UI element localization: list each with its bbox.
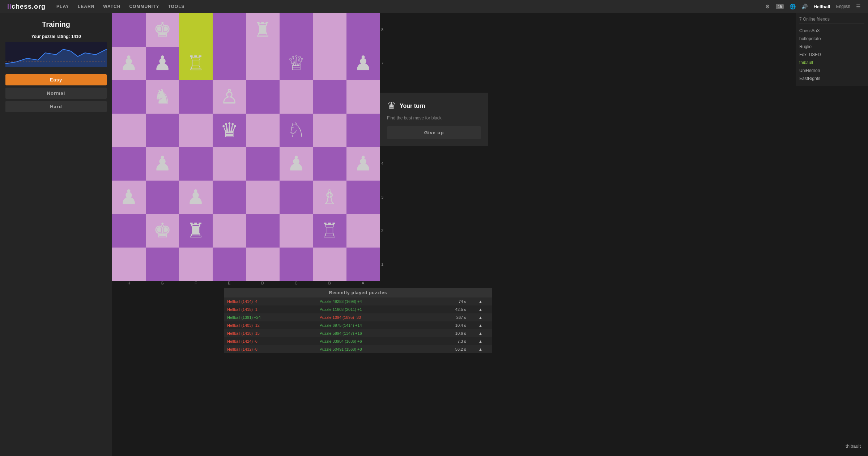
cell-e6[interactable]: ♙ <box>213 80 246 114</box>
cell-d4[interactable] <box>246 147 280 181</box>
cell-e7[interactable] <box>213 47 246 80</box>
cell-d5[interactable] <box>246 114 280 147</box>
cell-g1[interactable] <box>146 248 179 281</box>
table-row[interactable]: Hellball (1424) -6 Puzzle 33984 (1636) +… <box>224 337 492 345</box>
normal-button[interactable]: Normal <box>5 88 107 99</box>
hamburger-icon[interactable]: ☰ <box>856 4 861 9</box>
site-logo[interactable]: lichess.org <box>7 3 46 10</box>
friend-item[interactable]: Ruglio <box>799 43 864 51</box>
cell-c3[interactable] <box>280 181 313 214</box>
cell-e4[interactable] <box>213 147 246 181</box>
cell-d6[interactable] <box>246 80 280 114</box>
cell-e2[interactable] <box>213 214 246 248</box>
cell-c2[interactable] <box>280 214 313 248</box>
cell-f3[interactable]: ♟ <box>179 181 213 214</box>
cell-d7[interactable] <box>246 47 280 80</box>
cell-h3[interactable]: ♟ <box>112 181 146 214</box>
cell-g7[interactable]: ♟ <box>146 47 179 80</box>
table-row[interactable]: Hellball (1414) -4 Puzzle 49253 (1698) +… <box>224 297 492 305</box>
row-label-2: 2 <box>380 214 387 248</box>
nav-tools[interactable]: TOOLS <box>168 4 184 9</box>
username-display[interactable]: Hellball <box>813 4 830 9</box>
cell-g2[interactable]: ♚ <box>146 214 179 248</box>
cell-h4[interactable] <box>112 147 146 181</box>
cell-f6[interactable] <box>179 80 213 114</box>
cell-c5[interactable]: ♘ <box>280 114 313 147</box>
cell-b2[interactable]: ♖ <box>313 214 346 248</box>
cell-d1[interactable] <box>246 248 280 281</box>
cell-h6[interactable] <box>112 80 146 114</box>
cell-g4[interactable]: ♟ <box>146 147 179 181</box>
hard-button[interactable]: Hard <box>5 101 107 112</box>
cell-b6[interactable] <box>313 80 346 114</box>
cell-c1[interactable] <box>280 248 313 281</box>
cell-c8[interactable] <box>280 13 313 47</box>
cell-b3[interactable]: ♗ <box>313 181 346 214</box>
cell-f5[interactable] <box>179 114 213 147</box>
td-time: 56.2 s <box>430 345 469 353</box>
cell-d3[interactable] <box>246 181 280 214</box>
nav-learn[interactable]: LEARN <box>78 4 94 9</box>
friend-item[interactable]: UniHedron <box>799 67 864 75</box>
cell-e8[interactable] <box>213 13 246 47</box>
tools-icon[interactable]: ⚙ <box>765 4 770 9</box>
cell-c6[interactable] <box>280 80 313 114</box>
table-row[interactable]: Hellball (1403) -12 Puzzle 6975 (1414) +… <box>224 321 492 329</box>
cell-b1[interactable] <box>313 248 346 281</box>
row-label-1: 1 <box>380 248 387 281</box>
nav-watch[interactable]: WATCH <box>103 4 120 9</box>
cell-b7[interactable] <box>313 47 346 80</box>
table-row[interactable]: Hellball (1415) -1 Puzzle 11603 (2011) +… <box>224 305 492 313</box>
cell-a1[interactable] <box>346 248 380 281</box>
cell-b5[interactable] <box>313 114 346 147</box>
cell-d8[interactable]: ♜ <box>246 13 280 47</box>
cell-h1[interactable] <box>112 248 146 281</box>
cell-g3[interactable] <box>146 181 179 214</box>
cell-e5[interactable]: ♛ <box>213 114 246 147</box>
friend-item[interactable]: ChessSuX <box>799 27 864 35</box>
friend-item[interactable]: thibault <box>799 59 864 67</box>
cell-g5[interactable] <box>146 114 179 147</box>
cell-f7[interactable]: ♖ <box>179 47 213 80</box>
cell-a2[interactable] <box>346 214 380 248</box>
cell-a6[interactable] <box>346 80 380 114</box>
nav-community[interactable]: COMMUNITY <box>129 4 159 9</box>
cell-h8[interactable] <box>112 13 146 47</box>
cell-f8[interactable] <box>179 13 213 47</box>
cell-a4[interactable]: ♟ <box>346 147 380 181</box>
friend-item[interactable]: Fox_USED <box>799 51 864 59</box>
td-puzzle: Puzzle 1094 (1895) -30 <box>317 313 430 321</box>
cell-b8[interactable] <box>313 13 346 47</box>
cell-a8[interactable] <box>346 13 380 47</box>
cell-g6[interactable]: ♞ <box>146 80 179 114</box>
give-up-button[interactable]: Give up <box>387 126 481 139</box>
easy-button[interactable]: Easy <box>5 74 107 85</box>
cell-e1[interactable] <box>213 248 246 281</box>
cell-c7[interactable]: ♕ <box>280 47 313 80</box>
cell-h7[interactable]: ♟ <box>112 47 146 80</box>
cell-h2[interactable] <box>112 214 146 248</box>
table-row[interactable]: Hellball (1391) +24 Puzzle 1094 (1895) -… <box>224 313 492 321</box>
cell-g8[interactable]: ♚ <box>146 13 179 47</box>
cell-f4[interactable] <box>179 147 213 181</box>
cell-a3[interactable] <box>346 181 380 214</box>
cell-a7[interactable]: ♟ <box>346 47 380 80</box>
friend-item[interactable]: hotlopotato <box>799 35 864 43</box>
cell-b4[interactable] <box>313 147 346 181</box>
globe-icon[interactable]: 🌐 <box>790 4 796 9</box>
table-row[interactable]: Hellball (1432) -8 Puzzle 50491 (1568) +… <box>224 345 492 353</box>
cell-e3[interactable] <box>213 181 246 214</box>
cell-c4[interactable]: ♟ <box>280 147 313 181</box>
friend-item[interactable]: EastRights <box>799 75 864 83</box>
cell-f2[interactable]: ♜ <box>179 214 213 248</box>
cell-f1[interactable] <box>179 248 213 281</box>
notification-badge[interactable]: 15 <box>776 4 784 9</box>
language-display[interactable]: English <box>836 4 850 9</box>
chess-board[interactable]: ♚ ♜ ♟ ♟ ♖ ♕ ♟ ♞ ♙ <box>112 13 380 281</box>
table-row[interactable]: Hellball (1418) -15 Puzzle 5894 (1347) +… <box>224 329 492 337</box>
cell-d2[interactable] <box>246 214 280 248</box>
cell-a5[interactable] <box>346 114 380 147</box>
nav-play[interactable]: PLAY <box>56 4 69 9</box>
sound-icon[interactable]: 🔊 <box>801 4 808 9</box>
cell-h5[interactable] <box>112 114 146 147</box>
